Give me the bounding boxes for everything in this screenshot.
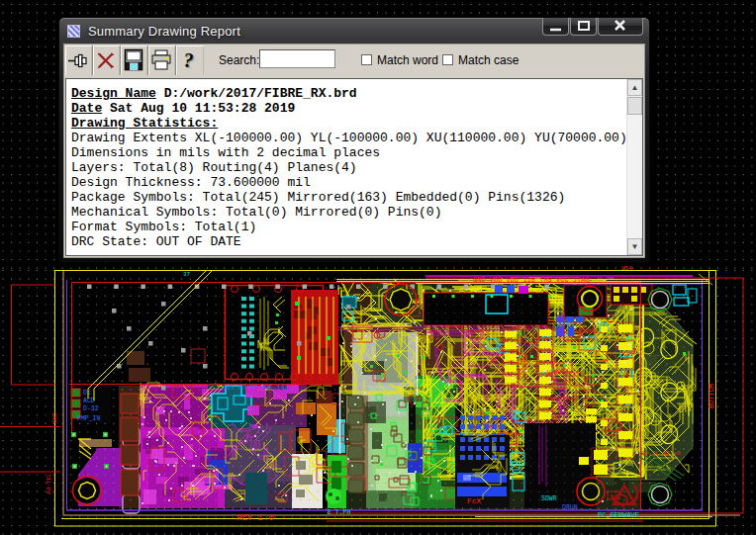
svg-text:PMP_IN: PMP_IN xyxy=(77,415,101,422)
svg-text:BOTTOM: BOTTOM xyxy=(708,384,715,408)
svg-text:AU-TEL: AU-TEL xyxy=(46,473,52,494)
svg-text:U SC angeL: U SC angeL xyxy=(547,369,583,376)
svg-text:D1: D1 xyxy=(83,390,91,397)
svg-text:37: 37 xyxy=(183,271,191,278)
svg-text:FcX: FcX xyxy=(467,496,482,505)
svg-text:DRUN: DRUN xyxy=(562,504,578,511)
svg-text:PC_GENWAVE: PC_GENWAVE xyxy=(598,511,639,519)
svg-text:aVS P7 PP MGE-14Z: aVS P7 PP MGE-14Z xyxy=(223,385,288,392)
svg-text:U54: U54 xyxy=(621,265,632,272)
svg-text:?: ? xyxy=(184,49,194,71)
svg-text:REV 1.0: REV 1.0 xyxy=(236,513,274,523)
svg-text:GND: GND xyxy=(51,412,58,423)
svg-text:SDWR: SDWR xyxy=(541,495,557,502)
svg-text:3C 3C a9 e5: 3C 3C a9 e5 xyxy=(641,450,681,457)
svg-text:GND VDD VDD 118 TMS VCC JTAG: GND VDD VDD 118 TMS VCC JTAG xyxy=(473,276,590,284)
svg-text:D-32: D-32 xyxy=(83,405,99,412)
svg-text:ACD: ACD xyxy=(83,398,95,404)
svg-text:E T.PH: E T.PH xyxy=(328,509,351,516)
